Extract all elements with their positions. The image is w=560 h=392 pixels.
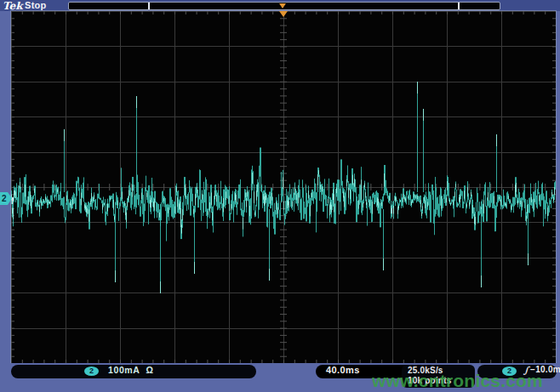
window-bracket-left-icon [148,3,150,9]
trigger-source-badge: 2 [502,366,517,376]
acquisition-readout: 25.0kS/s 10k points [402,365,475,388]
bottom-readout-bar: 2 100mAΩ 40.0ms 25.0kS/s 10k points 2 ∫ … [0,363,560,392]
channel2-position-marker: 2 [0,192,12,205]
record-trigger-position-icon [279,3,286,9]
channel2-impedance: Ω [146,365,153,375]
edge-slope-icon: ∫ [523,365,529,376]
tek-logo: Tek [3,0,23,12]
channel2-scale: 100mAΩ [108,365,153,375]
channel2-badge: 2 [84,366,99,376]
channel2-scale-value: 100mA [108,365,140,375]
record-view-bar [68,2,500,10]
channel2-readout: 2 100mAΩ [11,365,256,378]
oscilloscope-screen: Tek Stop 2 2 100mAΩ 40.0ms 25.0kS/s 10k … [0,0,560,392]
trigger-readout: 2 ∫ −10.0mA [477,365,557,378]
acquisition-status: Stop [25,0,47,10]
waveform-canvas [11,11,556,363]
record-length: 10k points [408,376,475,386]
sample-rate: 25.0kS/s [408,366,475,376]
trigger-position-marker-icon [279,11,288,17]
window-bracket-right-icon [458,3,460,9]
trigger-level: −10.0mA [530,365,560,374]
timebase-value: 40.0ms [326,365,360,375]
graticule-display [11,11,556,363]
top-status-bar: Tek Stop [0,0,560,11]
